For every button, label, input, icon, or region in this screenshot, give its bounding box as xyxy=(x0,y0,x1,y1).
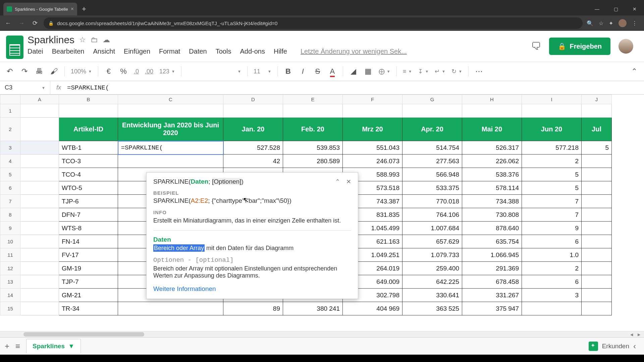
cell[interactable]: 526.317 xyxy=(462,141,522,155)
last-edit-link[interactable]: Letzte Änderung vor wenigen Sek... xyxy=(301,48,407,55)
move-folder-icon[interactable]: 🗀 xyxy=(91,36,98,44)
cell[interactable]: 3 xyxy=(522,289,582,302)
row-header[interactable]: 9 xyxy=(0,222,20,235)
cell[interactable]: 363 525 xyxy=(402,302,462,315)
cell[interactable]: 5 xyxy=(582,141,612,155)
zoom-select[interactable]: 100%▼ xyxy=(71,68,92,75)
header-entwicklung[interactable]: Entwicklung Jan 2020 bis Juni 2020 xyxy=(118,118,223,141)
add-sheet-button[interactable]: + xyxy=(5,342,9,351)
chevron-down-icon[interactable]: ▼ xyxy=(68,343,74,350)
browser-tab-active[interactable]: Sparklines - Google Tabellen × xyxy=(3,3,77,15)
vertical-align-icon[interactable]: ↧ ▼ xyxy=(418,68,429,75)
browser-menu-icon[interactable]: ⋮ xyxy=(632,20,637,26)
row-header[interactable]: 10 xyxy=(0,235,20,248)
print-icon[interactable]: 🖶 xyxy=(35,67,44,76)
cloud-status-icon[interactable]: ☁ xyxy=(103,36,110,44)
col-header-D[interactable]: D xyxy=(223,95,283,104)
merge-cells-icon[interactable]: ⨁ ▼ xyxy=(379,68,390,75)
col-header-E[interactable]: E xyxy=(283,95,343,104)
cell[interactable]: 539.853 xyxy=(283,141,343,155)
col-header-I[interactable]: I xyxy=(522,95,582,104)
cell[interactable] xyxy=(582,248,612,262)
cell[interactable]: FV-17 xyxy=(59,248,118,262)
col-header-F[interactable]: F xyxy=(343,95,402,104)
cell[interactable]: 678.458 xyxy=(462,275,522,289)
cell[interactable]: 734.388 xyxy=(462,195,522,208)
scroll-left-icon[interactable]: ◄ xyxy=(629,332,634,337)
zoom-icon[interactable]: 🔍 xyxy=(587,20,593,26)
borders-icon[interactable]: ▦ xyxy=(364,67,373,76)
cell[interactable]: GM-21 xyxy=(59,289,118,302)
scroll-right-icon[interactable]: ► xyxy=(637,332,641,337)
cell[interactable] xyxy=(582,222,612,235)
menu-einfuegen[interactable]: Einfügen xyxy=(124,48,150,55)
cell[interactable]: 280.589 xyxy=(283,155,343,168)
text-wrap-icon[interactable]: ↵ ▼ xyxy=(435,68,445,75)
window-close-icon[interactable]: ✕ xyxy=(625,3,644,15)
sheets-logo-icon[interactable] xyxy=(6,36,23,59)
cell[interactable]: 404 969 xyxy=(343,302,402,315)
header-month[interactable]: Mrz 20 xyxy=(343,118,402,141)
cell[interactable]: GM-19 xyxy=(59,262,118,275)
helper-more-info-link[interactable]: Weitere Informationen xyxy=(153,285,351,293)
cell[interactable]: 6 xyxy=(522,235,582,248)
cell[interactable]: 2 xyxy=(522,155,582,168)
cell[interactable]: 1.007.684 xyxy=(402,222,462,235)
collapse-toolbar-icon[interactable]: ⌃ xyxy=(630,67,639,76)
cell[interactable] xyxy=(582,302,612,315)
window-minimize-icon[interactable]: — xyxy=(588,3,606,15)
header-month[interactable]: Feb. 20 xyxy=(283,118,343,141)
menu-ansicht[interactable]: Ansicht xyxy=(93,48,115,55)
font-family-select[interactable]: ▼ xyxy=(187,69,241,73)
tab-close-icon[interactable]: × xyxy=(71,6,74,12)
cell[interactable]: 5 xyxy=(522,181,582,195)
nav-reload-icon[interactable]: ⟳ xyxy=(30,19,40,27)
cell[interactable]: 730.808 xyxy=(462,208,522,222)
header-month[interactable]: Apr. 20 xyxy=(402,118,462,141)
nav-back-icon[interactable]: ← xyxy=(3,20,13,27)
cell[interactable]: 1.066.945 xyxy=(462,248,522,262)
menu-addons[interactable]: Add-ons xyxy=(240,48,265,55)
header-month[interactable]: Jun 20 xyxy=(522,118,582,141)
cell[interactable]: 7 xyxy=(522,208,582,222)
cell[interactable]: 246.073 xyxy=(343,155,402,168)
horizontal-align-icon[interactable]: ≡ ▼ xyxy=(403,68,412,75)
bold-icon[interactable]: B xyxy=(284,67,292,76)
horizontal-scrollbar[interactable]: ◄ ► xyxy=(0,331,644,337)
menu-daten[interactable]: Daten xyxy=(189,48,207,55)
explore-label[interactable]: Erkunden xyxy=(602,343,629,350)
cell[interactable]: 6 xyxy=(522,275,582,289)
row-header[interactable]: 7 xyxy=(0,195,20,208)
cell[interactable]: 9 xyxy=(522,222,582,235)
cell[interactable]: 764.106 xyxy=(402,208,462,222)
menu-hilfe[interactable]: Hilfe xyxy=(274,48,287,55)
cell[interactable] xyxy=(582,289,612,302)
select-all-corner[interactable] xyxy=(0,95,20,104)
cell[interactable] xyxy=(118,155,223,168)
row-header[interactable]: 5 xyxy=(0,168,20,181)
collapse-helper-icon[interactable]: ⌃ xyxy=(335,178,340,185)
row-header[interactable]: 1 xyxy=(0,104,20,118)
cell[interactable]: 259.400 xyxy=(402,262,462,275)
cell[interactable]: DFN-7 xyxy=(59,208,118,222)
row-header[interactable]: 6 xyxy=(0,181,20,195)
col-header-H[interactable]: H xyxy=(462,95,522,104)
cell[interactable]: FN-14 xyxy=(59,235,118,248)
cell[interactable]: 578.114 xyxy=(462,181,522,195)
cell[interactable]: 566.948 xyxy=(402,168,462,181)
menu-datei[interactable]: Datei xyxy=(28,48,43,55)
cell[interactable] xyxy=(582,155,612,168)
redo-icon[interactable]: ↷ xyxy=(20,67,29,76)
cell[interactable] xyxy=(582,275,612,289)
cell[interactable] xyxy=(582,262,612,275)
star-icon[interactable]: ☆ xyxy=(79,36,86,44)
document-title[interactable]: Sparklines xyxy=(28,34,74,46)
currency-button[interactable]: € xyxy=(104,67,113,76)
undo-icon[interactable]: ↶ xyxy=(5,67,14,76)
cell[interactable]: WTO-5 xyxy=(59,181,118,195)
cell[interactable]: 577.218 xyxy=(522,141,582,155)
menu-tools[interactable]: Tools xyxy=(216,48,231,55)
col-header-G[interactable]: G xyxy=(402,95,462,104)
header-month[interactable]: Mai 20 xyxy=(462,118,522,141)
window-maximize-icon[interactable]: ▢ xyxy=(606,3,625,15)
